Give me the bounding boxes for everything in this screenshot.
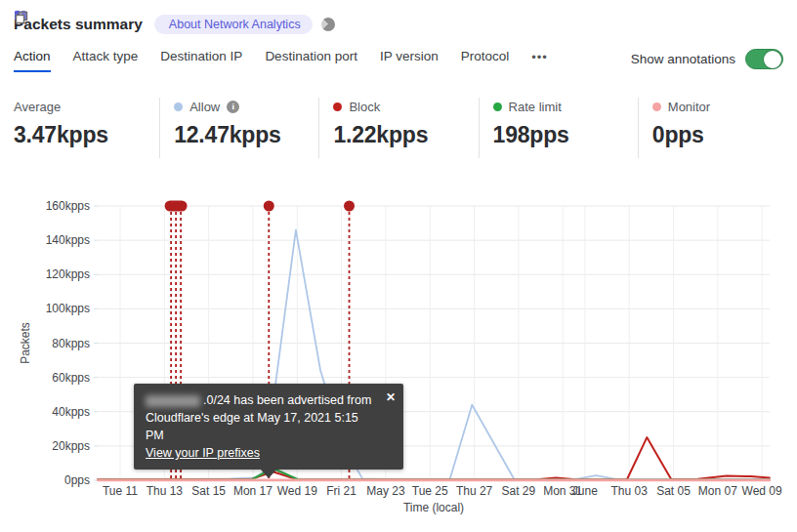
tooltip-link-row: View your IP prefixes <box>146 444 378 462</box>
network-analytics-panel: Packets summary About Network Analytics … <box>0 0 797 532</box>
show-annotations-toggle[interactable] <box>745 49 783 69</box>
stat-allow-value: 12.47kpps <box>174 122 318 148</box>
stat-allow-label: Allow <box>189 100 220 114</box>
tooltip-caret <box>260 469 277 478</box>
x-tick-label: Mon 17 <box>233 484 273 498</box>
x-tick-label: Wed 09 <box>742 484 782 498</box>
x-tick-label: Thu 13 <box>147 484 184 498</box>
y-axis-title: Packets <box>19 322 32 364</box>
toggle-knob <box>764 51 781 68</box>
packets-chart: 0pps20kpps40kpps60kpps80kpps100kpps120kp… <box>0 185 797 532</box>
rate-limit-dot-icon <box>493 102 502 111</box>
y-tick-label: 0pps <box>64 473 90 487</box>
stat-rate-limit-value: 198pps <box>493 122 638 148</box>
tab-ip-version[interactable]: IP version <box>380 49 439 72</box>
page-title: Packets summary <box>14 16 143 33</box>
x-tick-label: May 23 <box>366 484 405 498</box>
about-badge-label: About Network Analytics <box>169 18 301 31</box>
stat-monitor: Monitor 0pps <box>638 98 797 158</box>
tabs-row: Action Attack type Destination IP Destin… <box>14 49 783 78</box>
stats-row: Average 3.47kpps Allow i 12.47kpps Block… <box>0 98 797 158</box>
about-network-analytics-badge[interactable]: About Network Analytics <box>154 15 313 34</box>
y-tick-label: 100kpps <box>46 302 90 315</box>
monitor-dot-icon <box>652 102 661 111</box>
stat-block: Block 1.22kpps <box>318 98 478 158</box>
stat-monitor-value: 0pps <box>652 122 797 148</box>
x-tick-label: Mon 07 <box>698 484 737 498</box>
y-tick-label: 140kpps <box>46 233 90 247</box>
tab-destination-ip[interactable]: Destination IP <box>160 49 242 72</box>
stat-rate-limit: Rate limit 198pps <box>479 98 638 158</box>
tab-action[interactable]: Action <box>14 49 51 72</box>
x-tick-label: Tue 25 <box>412 484 448 498</box>
stat-average: Average 3.47kpps <box>0 98 159 158</box>
tabs: Action Attack type Destination IP Destin… <box>14 49 548 72</box>
stat-block-value: 1.22kpps <box>333 122 478 148</box>
x-axis-title: Time (local) <box>403 501 464 514</box>
allow-dot-icon <box>174 102 183 111</box>
tooltip-line2: Cloudflare's edge at May 17, 2021 5:15 P… <box>146 409 378 444</box>
x-tick-label: Fri 21 <box>326 484 357 498</box>
block-dot-icon <box>333 102 342 111</box>
tooltip-close-icon[interactable]: ✕ <box>386 389 396 406</box>
show-annotations-label: Show annotations <box>631 52 735 66</box>
annotation-marker[interactable] <box>344 201 355 212</box>
usage-pie-icon[interactable] <box>321 18 335 31</box>
annotation-tooltip: ✕ .0/24 has been advertised from Cloudfl… <box>134 384 403 470</box>
x-tick-label: Sat 15 <box>191 484 226 498</box>
x-tick-label: Wed 19 <box>277 484 317 498</box>
y-tick-label: 40kpps <box>52 405 90 419</box>
x-tick-label: Sat 29 <box>502 484 536 498</box>
y-tick-label: 160kpps <box>46 199 90 213</box>
tabs-more-icon[interactable]: ••• <box>531 49 548 72</box>
x-tick-label: Thu 27 <box>456 484 493 498</box>
tab-destination-port[interactable]: Destination port <box>265 49 357 72</box>
stat-average-value: 3.47kpps <box>14 122 159 148</box>
tab-protocol[interactable]: Protocol <box>461 49 510 72</box>
y-tick-label: 120kpps <box>46 267 90 281</box>
x-tick-label: Tue 11 <box>103 484 138 498</box>
header: Packets summary About Network Analytics <box>14 10 783 39</box>
x-tick-label: Thu 03 <box>611 484 649 498</box>
redacted-ip-prefix <box>146 395 200 407</box>
stat-average-label: Average <box>14 100 61 114</box>
stat-allow: Allow i 12.47kpps <box>159 98 318 158</box>
annotation-marker[interactable] <box>165 201 188 212</box>
annotation-marker[interactable] <box>264 201 274 212</box>
stat-rate-limit-label: Rate limit <box>509 100 562 114</box>
tooltip-line1: .0/24 has been advertised from <box>146 391 378 409</box>
stat-block-label: Block <box>349 100 380 114</box>
info-icon[interactable]: i <box>227 101 239 113</box>
tab-attack-type[interactable]: Attack type <box>73 49 139 72</box>
x-tick-label: Sat 05 <box>656 484 691 498</box>
y-tick-label: 20kpps <box>52 439 90 453</box>
packets-chart-svg: 0pps20kpps40kpps60kpps80kpps100kpps120kp… <box>0 185 797 532</box>
y-tick-label: 80kpps <box>52 337 90 350</box>
view-ip-prefixes-link[interactable]: View your IP prefixes <box>146 446 260 460</box>
y-tick-label: 60kpps <box>52 371 90 385</box>
show-annotations-control: Show annotations <box>631 49 783 69</box>
stat-monitor-label: Monitor <box>668 100 710 114</box>
x-tick-label: June <box>572 484 598 498</box>
